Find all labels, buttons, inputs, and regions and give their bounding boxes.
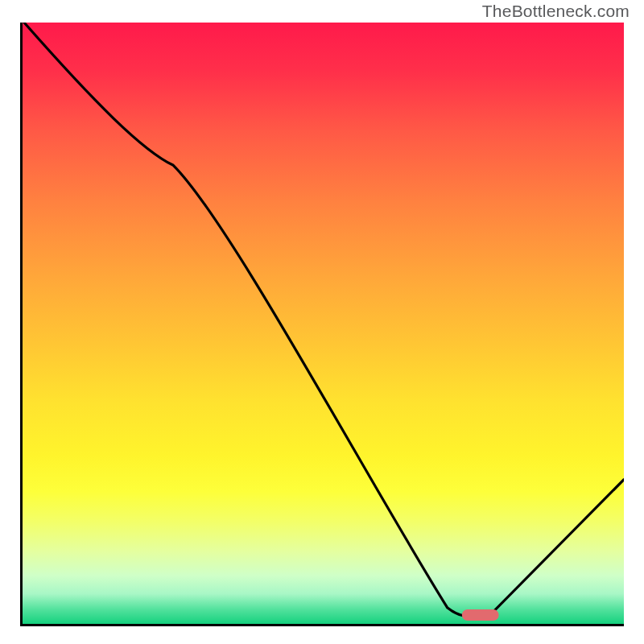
- plot-area: [20, 23, 624, 626]
- watermark-text: TheBottleneck.com: [482, 2, 630, 21]
- optimal-marker: [462, 609, 499, 621]
- bottleneck-curve: [24, 23, 624, 617]
- chart-container: TheBottleneck.com: [0, 0, 644, 644]
- curve-svg: [23, 23, 624, 624]
